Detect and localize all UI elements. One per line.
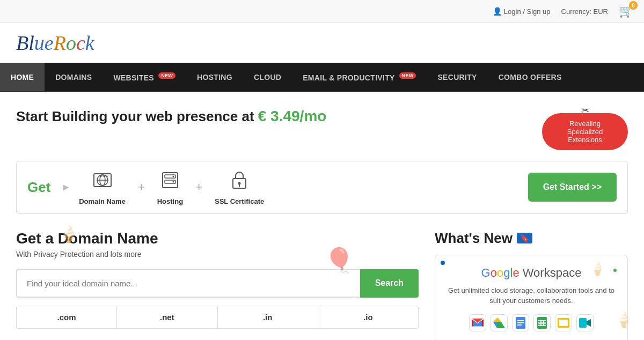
tld-in[interactable]: .in bbox=[218, 306, 318, 328]
hosting-item: Hosting bbox=[157, 169, 183, 205]
svg-point-9 bbox=[172, 181, 174, 182]
login-signup-button[interactable]: 👤 Login / Sign up bbox=[493, 7, 551, 16]
domain-section-subtitle: With Privacy Protection and lots more bbox=[16, 250, 419, 258]
gw-letter-g: G bbox=[481, 266, 491, 279]
header: BlueRock bbox=[0, 23, 644, 63]
svg-marker-13 bbox=[493, 322, 497, 328]
tld-row: .com .net .in .io bbox=[16, 306, 419, 329]
svg-rect-19 bbox=[517, 324, 522, 326]
get-started-banner: Get ► WWW Domain Name + Hosting + bbox=[16, 161, 628, 214]
svg-marker-30 bbox=[587, 319, 591, 327]
hero-price: € 3.49/mo bbox=[258, 108, 327, 124]
svg-marker-15 bbox=[497, 322, 505, 328]
tld-com[interactable]: .com bbox=[17, 306, 117, 328]
hosting-label: Hosting bbox=[157, 197, 183, 205]
tld-io[interactable]: .io bbox=[318, 306, 418, 328]
nav-item-security[interactable]: SECURITY bbox=[427, 63, 487, 91]
plus-icon-1: + bbox=[134, 180, 149, 194]
top-bar: 👤 Login / Sign up Currency: EUR 🛒 0 bbox=[0, 0, 644, 23]
hosting-icon bbox=[159, 169, 181, 195]
tld-net[interactable]: .net bbox=[117, 306, 217, 328]
deco-icecream-2: 🍦 bbox=[589, 261, 606, 276]
domain-section: 🍦 🎈 Get a Domain Name With Privacy Prote… bbox=[16, 230, 419, 340]
svg-rect-29 bbox=[579, 318, 587, 328]
login-label: Login / Sign up bbox=[504, 8, 551, 16]
docs-icon bbox=[512, 314, 529, 331]
main-content: 🍦 🎈 Get a Domain Name With Privacy Prote… bbox=[0, 219, 644, 340]
svg-text:WWW: WWW bbox=[99, 174, 108, 178]
whats-new-title: What's New 🔖 bbox=[435, 230, 628, 247]
currency-value: EUR bbox=[594, 8, 608, 16]
nav-item-home[interactable]: HOME bbox=[0, 63, 45, 91]
nav-item-domains[interactable]: DOMAINS bbox=[45, 63, 103, 91]
deco-icecream-1: 🍦 bbox=[59, 225, 79, 243]
domain-icon: WWW bbox=[92, 169, 113, 195]
gw-workspace-text: Workspace bbox=[519, 266, 582, 279]
whats-new-label: What's New bbox=[435, 230, 513, 247]
sheets-icon bbox=[533, 314, 551, 331]
ssl-icon bbox=[229, 169, 250, 195]
svg-point-8 bbox=[172, 175, 174, 177]
hero-section: Start Building your web presence at € 3.… bbox=[0, 92, 644, 156]
nav-item-websites[interactable]: WEBSITES New bbox=[103, 63, 186, 92]
currency-label: Currency: bbox=[561, 8, 591, 16]
email-badge: New bbox=[399, 72, 416, 79]
ssl-label: SSL Certificate bbox=[215, 197, 264, 205]
revealing-label: Revealing Specialized Extensions bbox=[567, 120, 603, 144]
svg-rect-20 bbox=[537, 317, 547, 329]
hero-title: Start Building your web presence at € 3.… bbox=[16, 108, 326, 125]
whats-new-section: What's New 🔖 🍦 Google Workspace Get unli… bbox=[435, 230, 628, 340]
gw-letter-o1: o bbox=[491, 266, 497, 279]
svg-marker-14 bbox=[493, 317, 501, 322]
nav-item-combo[interactable]: COMBO OFFERS bbox=[488, 63, 573, 91]
gw-letter-e: e bbox=[513, 266, 519, 279]
get-label: Get bbox=[27, 179, 50, 196]
slides-icon bbox=[555, 314, 572, 331]
domain-name-item: WWW Domain Name bbox=[79, 169, 126, 205]
gw-subtitle: Get unlimited cloud storage, collaborati… bbox=[446, 285, 617, 306]
cart-badge: 0 bbox=[629, 1, 638, 10]
gw-letter-g2: g bbox=[503, 266, 510, 279]
hero-title-before: Start Building your web presence at bbox=[16, 108, 258, 124]
websites-badge: New bbox=[158, 72, 175, 79]
logo[interactable]: BlueRock bbox=[16, 31, 94, 55]
svg-rect-22 bbox=[538, 322, 546, 323]
cart-button[interactable]: 🛒 0 bbox=[619, 4, 633, 18]
revealing-extensions-button[interactable]: Revealing Specialized Extensions bbox=[542, 113, 628, 150]
gw-dot-1 bbox=[441, 261, 445, 265]
domain-search-input[interactable] bbox=[16, 269, 360, 298]
svg-rect-18 bbox=[517, 322, 524, 323]
svg-point-11 bbox=[238, 182, 241, 184]
gw-app-icons bbox=[446, 314, 617, 331]
meet-icon bbox=[576, 314, 594, 331]
hero-text: Start Building your web presence at € 3.… bbox=[16, 108, 326, 125]
svg-rect-17 bbox=[517, 320, 524, 321]
gmail-icon bbox=[469, 314, 486, 331]
user-icon: 👤 bbox=[493, 7, 502, 16]
svg-rect-28 bbox=[559, 320, 568, 326]
plus-icon-2: + bbox=[191, 180, 207, 194]
bookmark-icon: 🔖 bbox=[517, 233, 532, 243]
gw-letter-o2: o bbox=[497, 266, 503, 279]
nav-item-hosting[interactable]: HOSTING bbox=[186, 63, 243, 91]
nav-item-email[interactable]: EMAIL & PRODUCTIVITY New bbox=[292, 63, 427, 92]
nav-item-cloud[interactable]: CLOUD bbox=[243, 63, 292, 91]
currency-selector[interactable]: Currency: EUR bbox=[561, 8, 608, 16]
arrow-right-icon: ► bbox=[61, 182, 71, 193]
ssl-item: SSL Certificate bbox=[215, 169, 264, 205]
domain-search-form: Search bbox=[16, 269, 419, 298]
main-nav: HOME DOMAINS WEBSITES New HOSTING CLOUD … bbox=[0, 63, 644, 92]
deco-icecream-3: 🍦 bbox=[614, 311, 633, 328]
svg-rect-21 bbox=[538, 320, 546, 321]
google-workspace-card[interactable]: 🍦 Google Workspace Get unlimited cloud s… bbox=[435, 255, 628, 340]
deco-balloon: 🎈 bbox=[324, 246, 354, 275]
gw-dot-2 bbox=[613, 269, 617, 272]
drive-icon bbox=[491, 314, 508, 331]
domain-search-button[interactable]: Search bbox=[360, 269, 419, 298]
svg-rect-24 bbox=[538, 325, 546, 326]
get-started-button[interactable]: Get Started >> bbox=[528, 173, 617, 202]
svg-rect-23 bbox=[538, 323, 546, 324]
domain-name-label: Domain Name bbox=[79, 197, 126, 205]
